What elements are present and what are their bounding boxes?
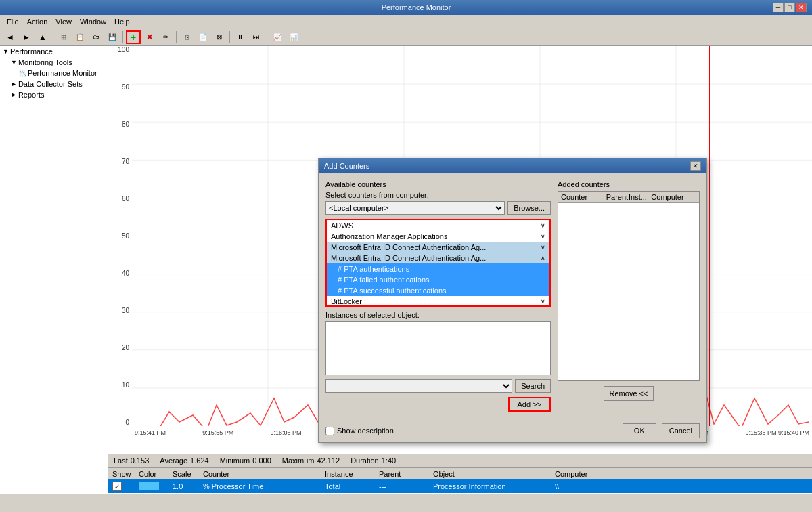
show-hide-button[interactable]: ⊞ <box>56 30 71 44</box>
forward-button[interactable]: ► <box>19 30 34 44</box>
counter-item-pta-failed[interactable]: # PTA failed authentications <box>327 274 549 285</box>
menu-bar: File Action View Window Help <box>0 15 812 28</box>
counter-item-bitlocker[interactable]: BitLocker ∨ <box>327 296 549 307</box>
add-counters-dialog: Add Counters ✕ Available counters Select… <box>318 158 707 443</box>
added-label: Added counters <box>558 180 700 188</box>
sidebar-item-monitoring-tools[interactable]: ▼ Monitoring Tools <box>0 57 108 68</box>
counter-item-pta-success[interactable]: # PTA successful authentications <box>327 285 549 296</box>
expand-arrow-dcs: ► <box>11 81 17 87</box>
remove-button[interactable]: Remove << <box>604 386 654 401</box>
counter-item-label: Microsoft Entra ID Connect Authenticatio… <box>331 254 486 262</box>
save-button[interactable]: 💾 <box>105 30 120 44</box>
properties-button[interactable]: 📋 <box>72 30 87 44</box>
dialog-title-bar: Add Counters ✕ <box>319 158 706 173</box>
expand-chevron: ∨ <box>541 298 545 305</box>
dialog-title-text: Add Counters <box>324 162 369 170</box>
sidebar-item-perf-monitor[interactable]: 📉 Performance Monitor <box>0 68 108 79</box>
counter-item-label: # PTA authentications <box>338 265 409 273</box>
add-button[interactable]: Add >> <box>508 397 551 412</box>
instances-box <box>325 321 551 375</box>
menu-action[interactable]: Action <box>23 16 52 27</box>
added-col-header-parent: Parent <box>606 193 629 201</box>
sidebar-label-data-collector-sets: Data Collector Sets <box>18 80 83 88</box>
toolbar-sep-1 <box>53 31 53 43</box>
content-area: 100 90 80 70 60 50 40 30 20 10 0 <box>108 46 812 494</box>
added-col-header-counter: Counter <box>561 193 606 201</box>
new-collector-button[interactable]: 🗂 <box>89 30 104 44</box>
toolbar: ◄ ► ▲ ⊞ 📋 🗂 💾 + ✕ ✏ ⎘ 📄 ⊠ ⏸ ⏭ 📈 📊 <box>0 28 812 46</box>
search-button[interactable]: Search <box>515 379 551 393</box>
instances-label: Instances of selected object: <box>325 311 551 319</box>
dialog-footer: Show description OK Cancel <box>319 419 706 442</box>
counter-item-auth-mgr[interactable]: Authorization Manager Applications ∨ <box>327 231 549 242</box>
search-input[interactable] <box>325 379 512 393</box>
expand-chevron: ∨ <box>541 222 545 229</box>
show-description-label: Show description <box>337 427 394 435</box>
menu-window[interactable]: Window <box>76 16 110 27</box>
expand-arrow-reports: ► <box>11 91 17 98</box>
added-col-header-inst: Inst... <box>629 193 651 201</box>
dialog-left-panel: Available counters Select counters from … <box>325 180 551 412</box>
delete-button[interactable]: ✕ <box>142 30 157 44</box>
dialog-body: Available counters Select counters from … <box>319 173 706 419</box>
counter-item-label: # PTA successful authentications <box>338 286 447 295</box>
sidebar-item-performance[interactable]: ▼ Performance <box>0 46 108 57</box>
counter-list[interactable]: ADWS ∨ Authorization Manager Application… <box>325 219 551 307</box>
menu-help[interactable]: Help <box>110 16 134 27</box>
menu-file[interactable]: File <box>3 16 23 27</box>
counter-item-label: BitLocker <box>331 297 362 305</box>
browse-button[interactable]: Browse... <box>508 201 551 215</box>
monitor-icon: 📉 <box>19 70 26 77</box>
properties2-button[interactable]: ✏ <box>158 30 173 44</box>
expand-arrow: ▼ <box>3 48 9 55</box>
back-button[interactable]: ◄ <box>3 30 18 44</box>
toolbar-sep-2 <box>122 31 123 43</box>
add-btn-row: Add >> <box>325 397 551 412</box>
sidebar-label-performance: Performance <box>10 47 53 56</box>
view-line-button[interactable]: 📈 <box>270 30 285 44</box>
expand-chevron: ∨ <box>541 233 545 240</box>
next-button[interactable]: ⏭ <box>249 30 264 44</box>
sidebar-item-data-collector-sets[interactable]: ► Data Collector Sets <box>0 79 108 89</box>
counter-item-label: Microsoft Entra ID Connect Authenticatio… <box>331 243 486 251</box>
sidebar-label-monitoring-tools: Monitoring Tools <box>18 58 72 66</box>
expand-chevron: ∧ <box>541 255 545 261</box>
sidebar: ▼ Performance ▼ Monitoring Tools 📉 Perfo… <box>0 46 108 494</box>
dialog-right-panel: Added counters Counter Parent Inst... Co… <box>558 180 700 412</box>
close-button[interactable]: ✕ <box>796 3 807 12</box>
computer-label: Select counters from computer: <box>325 191 551 199</box>
paste-button[interactable]: 📄 <box>196 30 210 44</box>
app-title: Performance Monitor <box>60 3 773 12</box>
counter-item-entra-1[interactable]: Microsoft Entra ID Connect Authenticatio… <box>327 242 549 253</box>
sidebar-item-reports[interactable]: ► Reports <box>0 89 108 100</box>
cancel-button[interactable]: Cancel <box>662 423 700 438</box>
dialog-close-button[interactable]: ✕ <box>690 161 701 171</box>
clear-button[interactable]: ⊠ <box>212 30 227 44</box>
ok-button[interactable]: OK <box>623 423 656 438</box>
add-counter-button[interactable]: + <box>126 30 141 44</box>
menu-view[interactable]: View <box>51 16 76 27</box>
available-label: Available counters <box>325 180 551 188</box>
counter-item-adws[interactable]: ADWS ∨ <box>327 220 549 231</box>
added-header-row: Counter Parent Inst... Computer <box>558 192 699 203</box>
title-bar: Performance Monitor ─ □ ✕ <box>0 0 812 15</box>
show-description-row: Show description <box>325 427 394 435</box>
toolbar-sep-4 <box>229 31 230 43</box>
computer-dropdown[interactable]: <Local computer> <box>325 201 505 215</box>
minimize-button[interactable]: ─ <box>773 3 784 12</box>
show-description-checkbox[interactable] <box>325 427 334 435</box>
added-counters-panel: Counter Parent Inst... Computer <box>558 191 700 381</box>
toolbar-sep-3 <box>176 31 177 43</box>
counter-item-pta-auth[interactable]: # PTA authentications <box>327 263 549 274</box>
sidebar-label-reports: Reports <box>18 91 45 99</box>
up-button[interactable]: ▲ <box>35 30 50 44</box>
window-controls[interactable]: ─ □ ✕ <box>773 3 807 12</box>
freeze-button[interactable]: ⏸ <box>233 30 248 44</box>
main-layout: ▼ Performance ▼ Monitoring Tools 📉 Perfo… <box>0 46 812 494</box>
counter-item-entra-2[interactable]: Microsoft Entra ID Connect Authenticatio… <box>327 253 549 263</box>
restore-button[interactable]: □ <box>784 3 795 12</box>
copy-button[interactable]: ⎘ <box>179 30 194 44</box>
counter-item-label: # PTA failed authentications <box>338 276 430 284</box>
remove-btn-row: Remove << <box>558 383 700 401</box>
view-hist-button[interactable]: 📊 <box>286 30 301 44</box>
